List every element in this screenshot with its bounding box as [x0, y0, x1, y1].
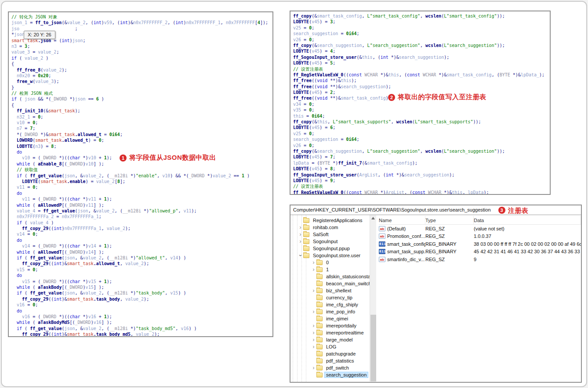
- tree-item-label[interactable]: rohitab.com: [312, 225, 339, 230]
- code-token: wcslen: [425, 14, 441, 18]
- code-token: WCHAR: [423, 72, 436, 77]
- tree-item-large_model[interactable]: ›large_model: [290, 336, 370, 343]
- tree-vertical-scrollbar[interactable]: [370, 215, 376, 381]
- value-name[interactable]: smartinfo_dic_v...: [387, 257, 425, 262]
- tree-item-ime_pop_info[interactable]: ›ime_pop_info: [290, 308, 370, 315]
- tree-item-SogouInput[interactable]: ›SogouInput: [290, 238, 370, 245]
- tree-item-currency_tip[interactable]: currency_tip: [290, 294, 370, 301]
- code-token: BYTE: [319, 161, 330, 165]
- chevron-collapsed-icon[interactable]: ›: [298, 232, 303, 237]
- tree-item-label[interactable]: currency_tip: [325, 295, 354, 300]
- tree-item-search_suggestion[interactable]: search_suggestion: [290, 371, 370, 378]
- tree-item-label[interactable]: biz_shellext: [325, 288, 352, 293]
- code-token: = (: [30, 314, 40, 319]
- tree-item-rohitab.com[interactable]: ›rohitab.com: [290, 224, 370, 231]
- tree-item-label[interactable]: 0: [325, 260, 330, 265]
- chevron-collapsed-icon[interactable]: ›: [311, 330, 316, 335]
- code-line: v16 = (_DWORD *)((char *)v16 + 1);: [11, 314, 272, 320]
- column-header-data[interactable]: Data: [474, 216, 581, 224]
- tree-item-SogouInput.store.user[interactable]: ›SogouInput.store.user: [290, 252, 370, 259]
- tree-item-biz_shellext[interactable]: ›biz_shellext: [290, 287, 370, 294]
- tree-item-RegisteredApplications[interactable]: RegisteredApplications: [290, 217, 370, 224]
- chevron-collapsed-icon[interactable]: ›: [311, 260, 316, 265]
- tree-item-label[interactable]: LOG: [325, 344, 338, 349]
- tree-item-label[interactable]: SalSoft: [312, 232, 330, 237]
- code-token: LOBYTE: [293, 61, 309, 65]
- scroll-up-arrow-icon[interactable]: [371, 217, 375, 219]
- chevron-collapsed-icon[interactable]: ›: [311, 323, 316, 328]
- chevron-collapsed-icon[interactable]: ›: [298, 225, 303, 230]
- code-token: __m128i: [109, 326, 128, 331]
- code-token: int: [62, 38, 69, 43]
- code-token: *)&: [436, 72, 446, 77]
- annotation-3-badge: 3: [498, 207, 505, 214]
- code-token: )&: [62, 332, 67, 337]
- tree-item-imereportrealtime[interactable]: ›imereportrealtime: [290, 329, 370, 336]
- tree-item-ime_cfg_shiply[interactable]: ime_cfg_shiply: [290, 301, 370, 308]
- tree-item-label[interactable]: pdf_statistics: [325, 358, 356, 363]
- tree-item-allskin_statusiconstatis[interactable]: allskin_statusiconstatis: [290, 273, 370, 280]
- tree-item-label[interactable]: patchupgrade: [325, 351, 357, 356]
- tree-item-label[interactable]: imereportdaily: [325, 323, 358, 328]
- value-row[interactable]: ab(Default)REG_SZ(value not set): [379, 225, 581, 233]
- chevron-expanded-icon[interactable]: ›: [298, 253, 303, 259]
- chevron-collapsed-icon[interactable]: ›: [311, 288, 316, 293]
- tree-item-LOG[interactable]: ›LOG: [290, 343, 370, 350]
- code-token: v59: [104, 20, 112, 25]
- value-name[interactable]: smart_task_config: [387, 241, 425, 247]
- code-token: LOWORD: [17, 138, 33, 143]
- column-header-name[interactable]: Name: [379, 216, 425, 224]
- tree-item-label[interactable]: ime_qimei: [325, 316, 349, 321]
- registry-address-bar[interactable]: Computer\HKEY_CURRENT_USER\SOFTWARE\Sogo…: [290, 205, 581, 215]
- scrollbar-thumb[interactable]: [370, 315, 376, 381]
- tree-item-label[interactable]: beacon_main_switch: [325, 281, 370, 286]
- tree-item-label[interactable]: SogouInput.store.user: [312, 253, 362, 258]
- value-row[interactable]: 011smart_task_supp...REG_BINARY45 42 42 …: [379, 248, 581, 256]
- tree-item-label[interactable]: RegisteredApplications: [312, 218, 364, 223]
- tree-item-label[interactable]: ime_cfg_shiply: [325, 302, 359, 307]
- code-token: [(: [62, 203, 67, 208]
- tree-item-patchupgrade[interactable]: patchupgrade: [290, 350, 370, 357]
- tree-item-label[interactable]: pdf_switch: [325, 365, 350, 370]
- registry-address[interactable]: Computer\HKEY_CURRENT_USER\SOFTWARE\Sogo…: [293, 207, 491, 212]
- value-name[interactable]: smart_task_supp...: [387, 249, 425, 254]
- tree-item-pdf_switch[interactable]: ›pdf_switch: [290, 364, 370, 371]
- code-token: (&: [312, 14, 317, 18]
- tree-item-0[interactable]: ›0: [290, 259, 370, 266]
- tree-item-1[interactable]: ›1: [290, 266, 370, 273]
- value-row[interactable]: 011smart_task_configREG_BINARY38 03 00 0…: [379, 240, 581, 248]
- tree-item-label[interactable]: ime_pop_info: [325, 309, 356, 314]
- tree-item-beacon_main_switch[interactable]: beacon_main_switch: [290, 280, 370, 287]
- value-name[interactable]: (Default): [387, 226, 406, 231]
- tree-item-label[interactable]: 1: [325, 267, 330, 272]
- chevron-collapsed-icon[interactable]: ›: [298, 239, 303, 244]
- tree-item-label[interactable]: allskin_statusiconstatis: [325, 274, 370, 279]
- chevron-collapsed-icon[interactable]: ›: [311, 344, 316, 349]
- code-token: do: [17, 273, 22, 278]
- code-token: if: [11, 56, 17, 61]
- chevron-collapsed-icon[interactable]: ›: [311, 365, 316, 370]
- tree-item-SogouInput.ppup[interactable]: SogouInput.ppup: [290, 245, 370, 252]
- code-token: ,: [175, 326, 181, 331]
- tree-item-ime_qimei[interactable]: ime_qimei: [290, 315, 370, 322]
- tree-item-label[interactable]: SogouInput.ppup: [312, 246, 351, 251]
- column-header-type[interactable]: Type: [425, 216, 474, 224]
- tree-item-label[interactable]: SogouInput: [312, 239, 339, 244]
- tree-item-label[interactable]: search_suggestion: [325, 372, 368, 377]
- chevron-collapsed-icon[interactable]: ›: [311, 309, 316, 314]
- code-token: const: [348, 72, 362, 77]
- code-token: = (: [30, 244, 40, 248]
- code-token: v15: [17, 267, 25, 272]
- tree-item-pdf_statistics[interactable]: pdf_statistics: [290, 357, 370, 364]
- value-name[interactable]: Promotion_conf...: [387, 234, 425, 239]
- value-row[interactable]: absmartinfo_dic_v...REG_SZ9: [379, 255, 581, 263]
- chevron-collapsed-icon[interactable]: ›: [311, 337, 316, 342]
- code-token: .task_body: [94, 297, 120, 302]
- chevron-collapsed-icon[interactable]: ›: [311, 267, 316, 272]
- tree-item-label[interactable]: large_model: [325, 337, 354, 342]
- tree-item-SalSoft[interactable]: ›SalSoft: [290, 231, 370, 238]
- code-token: L"smart_task_supports": [333, 119, 391, 124]
- tree-item-label[interactable]: imereportrealtime: [325, 330, 365, 335]
- value-row[interactable]: abPromotion_conf...REG_SZ1.0.0.37: [379, 233, 581, 241]
- tree-item-imereportdaily[interactable]: ›imereportdaily: [290, 322, 370, 329]
